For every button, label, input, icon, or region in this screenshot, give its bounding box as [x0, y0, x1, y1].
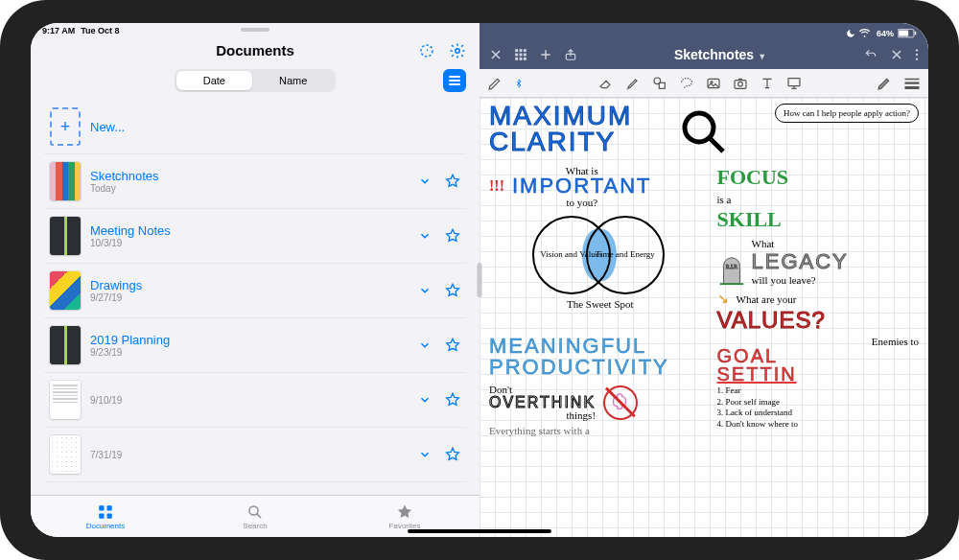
star-icon[interactable] — [445, 174, 460, 189]
close-small-icon[interactable] — [890, 48, 903, 61]
highlighter-icon[interactable] — [625, 76, 641, 91]
item-title: 2019 Planning — [90, 333, 409, 347]
stroke-width-icon[interactable] — [903, 77, 921, 90]
svg-rect-10 — [515, 49, 518, 52]
eraser-icon[interactable] — [598, 76, 614, 91]
screen: 9:17 AM Tue Oct 8 Documents Date Name — [31, 23, 928, 537]
status-time: 9:17 AM — [42, 26, 75, 40]
star-icon[interactable] — [445, 392, 460, 408]
item-actions — [418, 392, 460, 408]
ipad-frame: 9:17 AM Tue Oct 8 Documents Date Name — [0, 0, 959, 560]
note-title[interactable]: Sketchnotes▼ — [585, 47, 855, 62]
plus-icon[interactable] — [539, 48, 552, 61]
list-item[interactable]: Drawings9/27/19 — [44, 264, 466, 318]
focus-block: FOCUS is a SKILL — [717, 165, 919, 232]
tab-documents[interactable]: Documents — [31, 496, 180, 537]
pen-tool-icon[interactable] — [487, 76, 503, 91]
image-icon[interactable] — [706, 76, 721, 91]
lasso-icon[interactable] — [679, 76, 694, 91]
share-icon[interactable] — [564, 48, 577, 61]
grid-icon — [97, 503, 114, 521]
svg-rect-18 — [524, 58, 526, 60]
svg-rect-17 — [520, 58, 523, 60]
item-actions — [418, 447, 460, 462]
notes-app: 64% Sketchnotes▼ — [480, 23, 928, 537]
star-icon[interactable] — [445, 228, 460, 244]
documents-app: 9:17 AM Tue Oct 8 Documents Date Name — [31, 23, 480, 537]
grid-small-icon[interactable] — [514, 48, 527, 61]
text-icon[interactable] — [760, 76, 775, 91]
svg-rect-29 — [788, 78, 800, 85]
thumbnail — [50, 381, 81, 419]
meaningful-productivity: MEANINGFUL PRODUCTIVITY — [489, 336, 712, 378]
view-list-button[interactable] — [443, 69, 466, 92]
list-item[interactable]: SketchnotesToday — [44, 154, 466, 209]
chevron-down-icon[interactable] — [418, 284, 432, 297]
list-item[interactable]: 2019 Planning9/23/19 — [44, 318, 466, 373]
chevron-down-icon[interactable] — [418, 175, 432, 188]
sort-segmented: Date Name — [175, 69, 337, 92]
svg-rect-11 — [520, 49, 523, 52]
speech-bubble: How can I help people apply action? — [775, 104, 919, 123]
shapes-icon[interactable] — [652, 76, 667, 91]
svg-point-20 — [916, 49, 918, 51]
note-canvas[interactable]: MAXIMUM CLARITY How can I help people ap… — [480, 98, 928, 537]
sort-date[interactable]: Date — [176, 71, 252, 90]
star-icon[interactable] — [445, 338, 460, 353]
star-icon[interactable] — [445, 447, 460, 462]
search-icon — [246, 503, 264, 521]
star-filled-icon — [396, 503, 413, 521]
star-icon[interactable] — [445, 283, 460, 298]
item-title: Drawings — [90, 278, 409, 292]
document-list[interactable]: + New... SketchnotesToday — [31, 100, 480, 495]
svg-rect-14 — [520, 54, 523, 57]
gear-icon[interactable] — [449, 42, 466, 59]
camera-icon[interactable] — [733, 76, 748, 91]
chevron-down-icon[interactable] — [418, 448, 432, 461]
undo-icon[interactable] — [863, 48, 878, 61]
important-heading: IMPORTANT — [512, 176, 652, 197]
list-item[interactable]: Meeting Notes10/3/19 — [44, 209, 466, 264]
page-title: Documents — [216, 42, 294, 58]
svg-point-33 — [685, 113, 713, 142]
tombstone-icon: R.I.P. — [717, 255, 746, 286]
item-title: Meeting Notes — [90, 223, 409, 238]
no-brain-icon — [603, 385, 638, 420]
new-document-row[interactable]: + New... — [44, 100, 466, 154]
list-item[interactable]: 7/31/19 — [44, 428, 466, 482]
svg-point-21 — [916, 54, 918, 56]
pen-color-icon[interactable] — [877, 76, 892, 91]
chevron-down-icon[interactable] — [418, 338, 432, 352]
sort-name[interactable]: Name — [252, 71, 334, 90]
exclaim: !!! — [489, 177, 504, 195]
multitasking-grabber[interactable] — [241, 28, 269, 32]
chevron-down-icon[interactable] — [418, 229, 432, 243]
magnifier-icon — [675, 104, 733, 161]
overthink-block: Don't OVERTHINK things! — [489, 384, 712, 421]
sync-icon[interactable] — [418, 42, 435, 59]
tab-label: Documents — [86, 522, 125, 530]
battery-text: 64% — [877, 29, 894, 38]
close-icon[interactable] — [489, 48, 503, 61]
list-item[interactable]: 9/10/19 — [44, 373, 466, 428]
chevron-down-icon[interactable] — [418, 393, 432, 407]
svg-text:R.I.P.: R.I.P. — [725, 264, 737, 269]
presentation-icon[interactable] — [786, 76, 802, 91]
item-subtitle: 9/10/19 — [90, 395, 409, 406]
svg-rect-16 — [515, 58, 518, 60]
more-icon[interactable] — [915, 48, 919, 61]
item-actions — [418, 338, 460, 353]
svg-rect-12 — [524, 49, 526, 52]
bluetooth-icon[interactable] — [514, 79, 524, 88]
tab-search[interactable]: Search — [180, 496, 330, 537]
sort-row: Date Name — [31, 59, 480, 100]
item-subtitle: 7/31/19 — [90, 450, 409, 460]
wifi-icon — [859, 29, 873, 38]
svg-rect-2 — [99, 505, 104, 510]
svg-rect-3 — [107, 505, 112, 510]
split-divider[interactable] — [478, 263, 482, 297]
home-indicator[interactable] — [408, 529, 551, 533]
item-actions — [418, 283, 460, 298]
item-subtitle: 9/27/19 — [90, 292, 409, 303]
svg-point-28 — [738, 82, 743, 86]
